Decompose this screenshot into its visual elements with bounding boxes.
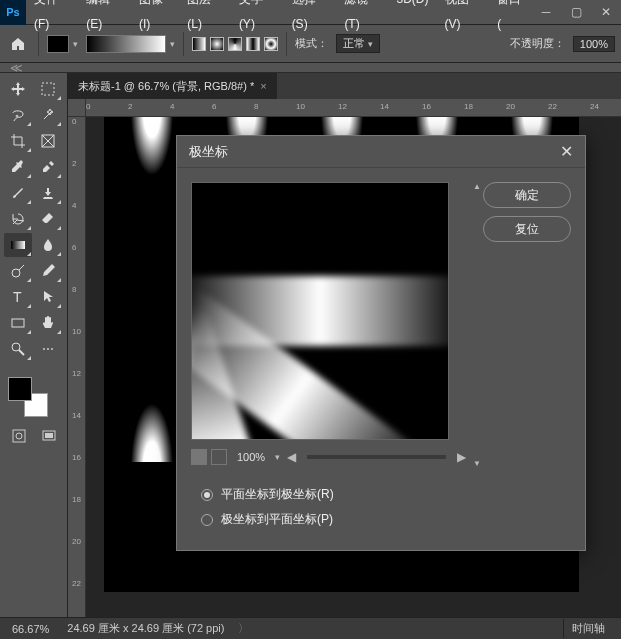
svg-point-3 [12, 269, 20, 277]
color-swatches[interactable] [8, 377, 48, 417]
status-dimensions[interactable]: 24.69 厘米 x 24.69 厘米 (72 ppi) [63, 621, 228, 636]
menu-window[interactable]: 窗口( [489, 0, 531, 37]
preview-zoom-value[interactable]: 100% [231, 451, 271, 463]
crop-tool[interactable] [4, 129, 32, 153]
dialog-close-icon[interactable]: ✕ [560, 142, 573, 161]
ruler-horizontal: 024681012141618202224 [86, 99, 621, 117]
foreground-color[interactable] [8, 377, 32, 401]
menubar: 文件(F) 编辑(E) 图像(I) 图层(L) 文字(Y) 选择(S) 滤镜(T… [26, 0, 531, 37]
ok-button[interactable]: 确定 [483, 182, 571, 208]
dropdown-caret-icon[interactable]: ▾ [73, 39, 78, 49]
gradient-picker[interactable]: ▾ [86, 35, 175, 53]
scroll-up-icon[interactable]: ▲ [473, 182, 481, 191]
dropdown-caret-icon[interactable]: ▾ [170, 39, 175, 49]
rectangle-tool[interactable] [4, 311, 32, 335]
reset-button[interactable]: 复位 [483, 216, 571, 242]
scroll-left-icon[interactable]: ◀ [284, 450, 299, 464]
mode-select[interactable]: 正常 ▾ [336, 34, 380, 53]
angle-gradient-icon[interactable] [228, 37, 242, 51]
radio-off-icon [201, 514, 213, 526]
ps-logo: Ps [0, 0, 26, 25]
home-icon[interactable] [6, 32, 30, 56]
menu-image[interactable]: 图像(I) [131, 0, 179, 37]
minimize-button[interactable]: ─ [531, 0, 561, 25]
linear-gradient-icon[interactable] [192, 37, 206, 51]
timeline-tab[interactable]: 时间轴 [563, 619, 613, 638]
scroll-down-icon[interactable]: ▼ [473, 459, 481, 468]
diamond-gradient-icon[interactable] [264, 37, 278, 51]
polar-coordinates-dialog: 极坐标 ✕ [176, 135, 586, 551]
foreground-swatch-group[interactable]: ▾ [47, 35, 78, 53]
screen-mode-icon[interactable] [39, 427, 59, 445]
marquee-tool[interactable] [34, 77, 62, 101]
radio-on-icon [201, 489, 213, 501]
menu-layer[interactable]: 图层(L) [179, 0, 231, 37]
blur-tool[interactable] [34, 233, 62, 257]
type-tool[interactable]: T [4, 285, 32, 309]
healing-brush-tool[interactable] [34, 155, 62, 179]
brush-tool[interactable] [4, 181, 32, 205]
zoom-tool[interactable] [4, 337, 32, 361]
menu-edit[interactable]: 编辑(E) [78, 0, 131, 37]
edit-toolbar[interactable]: ⋯ [34, 337, 62, 361]
workspace: 未标题-1 @ 66.7% (背景, RGB/8#) * × 024681012… [68, 73, 621, 617]
document-tabbar: 未标题-1 @ 66.7% (背景, RGB/8#) * × [68, 73, 621, 99]
canvas-area[interactable]: WWW.PSAHZ.COM 极坐标 ✕ [86, 117, 621, 617]
foreground-swatch[interactable] [47, 35, 69, 53]
radio-polar-to-rect[interactable]: 极坐标到平面坐标(P) [201, 507, 561, 532]
menu-file[interactable]: 文件(F) [26, 0, 78, 37]
eyedropper-tool[interactable] [4, 155, 32, 179]
preview-scrollbar-horizontal[interactable] [307, 455, 446, 459]
ruler-vertical: 0246810121416182022 [68, 117, 86, 617]
radio-rect-to-polar[interactable]: 平面坐标到极坐标(R) [201, 482, 561, 507]
menu-view[interactable]: 视图(V) [437, 0, 490, 37]
maximize-button[interactable]: ▢ [561, 0, 591, 25]
mode-label: 模式： [295, 36, 328, 51]
lasso-tool[interactable] [4, 103, 32, 127]
gradient-preview[interactable] [86, 35, 166, 53]
eraser-tool[interactable] [34, 207, 62, 231]
reflected-gradient-icon[interactable] [246, 37, 260, 51]
ruler-corner [68, 99, 86, 117]
divider [286, 32, 287, 56]
dialog-title: 极坐标 [189, 143, 228, 161]
gradient-tool[interactable] [4, 233, 32, 257]
radio-label: 极坐标到平面坐标(P) [221, 511, 333, 528]
svg-point-6 [12, 343, 20, 351]
dialog-titlebar[interactable]: 极坐标 ✕ [177, 136, 585, 168]
tab-close-icon[interactable]: × [260, 80, 266, 92]
close-button[interactable]: ✕ [591, 0, 621, 25]
magic-wand-tool[interactable] [34, 103, 62, 127]
frame-tool[interactable] [34, 129, 62, 153]
menu-type[interactable]: 文字(Y) [231, 0, 284, 37]
fit-view-icon[interactable] [191, 449, 207, 465]
titlebar: Ps 文件(F) 编辑(E) 图像(I) 图层(L) 文字(Y) 选择(S) 滤… [0, 0, 621, 25]
history-brush-tool[interactable] [4, 207, 32, 231]
quick-mask-icon[interactable] [9, 427, 29, 445]
document-tab[interactable]: 未标题-1 @ 66.7% (背景, RGB/8#) * × [68, 73, 277, 99]
preview-scrollbar-vertical[interactable]: ▲ ▼ [471, 182, 483, 468]
clone-stamp-tool[interactable] [34, 181, 62, 205]
menu-filter[interactable]: 滤镜(T) [336, 0, 388, 37]
toolbar: T ⋯ [0, 73, 68, 617]
zoom-caret-icon[interactable]: ▾ [275, 452, 280, 462]
actual-pixels-icon[interactable] [211, 449, 227, 465]
status-caret-icon[interactable]: 〉 [238, 621, 249, 636]
divider [38, 32, 39, 56]
status-zoom[interactable]: 66.67% [8, 623, 53, 635]
scroll-right-icon[interactable]: ▶ [454, 450, 469, 464]
dodge-tool[interactable] [4, 259, 32, 283]
hand-tool[interactable] [34, 311, 62, 335]
filter-preview[interactable] [191, 182, 449, 440]
radial-gradient-icon[interactable] [210, 37, 224, 51]
svg-rect-7 [13, 430, 25, 442]
menu-3d[interactable]: 3D(D) [389, 0, 437, 37]
move-tool[interactable] [4, 77, 32, 101]
preview-controls: 100% ▾ ◀ ▶ [191, 446, 469, 468]
menu-select[interactable]: 选择(S) [284, 0, 337, 37]
path-selection-tool[interactable] [34, 285, 62, 309]
expand-strip[interactable]: ≪ [0, 63, 621, 73]
pen-tool[interactable] [34, 259, 62, 283]
divider [183, 32, 184, 56]
opacity-value[interactable]: 100% [573, 36, 615, 52]
